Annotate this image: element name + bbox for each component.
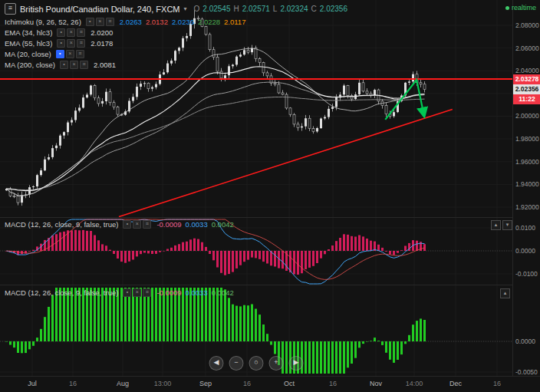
pan-right-button[interactable]: ▶ <box>289 356 304 371</box>
indicator-values: 2.0178 <box>91 39 113 48</box>
indicator-value: 2.0081 <box>94 61 116 69</box>
indicator-buttons: •×≡ <box>57 39 85 48</box>
indicator-value: 2.0263 <box>120 18 142 26</box>
chevron-down-icon[interactable]: ▾ <box>184 5 187 12</box>
legend-row-ma20[interactable]: MA (20, close) •×≡ <box>5 49 245 59</box>
time-tick-label: Nov <box>370 380 382 387</box>
close-label: C <box>311 5 317 13</box>
indicator-label[interactable]: EMA (55, hlc3) <box>5 39 52 48</box>
indicator-values: -0.00090.00330.0042 <box>156 220 233 229</box>
time-tick-label: Oct <box>284 380 295 387</box>
legend-row-ema55[interactable]: EMA (55, hlc3) •×≡ 2.0178 <box>5 38 245 48</box>
settings-icon[interactable]: ≡ <box>106 18 114 26</box>
visibility-icon[interactable]: • <box>57 28 65 37</box>
settings-icon[interactable]: ≡ <box>143 220 151 229</box>
high-label: H <box>233 5 239 13</box>
legend-row-ma200[interactable]: MA (200, close) •×≡ 2.0081 <box>5 60 245 70</box>
indicator-value: 2.0200 <box>91 28 113 37</box>
pane-controls: ▴ <box>500 288 510 298</box>
countdown-tag: 11:22 <box>513 94 540 104</box>
visibility-icon[interactable]: • <box>123 220 131 229</box>
time-tick-label: 16 <box>329 380 337 387</box>
time-axis[interactable]: Jul16Aug13:00Sep16Oct16Nov14:00Dec16 <box>0 376 540 392</box>
trading-chart-app: 2.080002.060002.040002.020002.000001.980… <box>0 0 540 392</box>
indicator-label[interactable]: MACD (12, 26, close, 9, false, true) <box>5 220 118 229</box>
menu-icon[interactable]: ≡ <box>5 3 16 15</box>
indicator-values: 2.0081 <box>94 61 116 69</box>
visibility-icon[interactable]: • <box>86 18 94 26</box>
indicator-buttons: •×≡ <box>123 288 151 297</box>
indicator-value: -0.0009 <box>156 288 181 297</box>
legend-row-macd-2[interactable]: MACD (12, 26, close, 9, false, true) •×≡… <box>5 288 234 297</box>
close-value: 2.02356 <box>320 5 347 13</box>
settings-icon[interactable]: ≡ <box>77 39 85 48</box>
indicator-buttons: •×≡ <box>56 50 84 58</box>
indicator-value: 0.0033 <box>186 288 208 297</box>
legend-row-ema34[interactable]: EMA (34, hlc3) •×≡ 2.0200 <box>5 28 245 38</box>
indicator-label[interactable]: MA (200, close) <box>5 61 55 69</box>
indicator-label[interactable]: EMA (34, hlc3) <box>5 28 52 37</box>
move-pane-down-icon[interactable]: ▾ <box>502 220 512 230</box>
pan-left-button[interactable]: ◀ <box>209 356 224 371</box>
visibility-icon[interactable]: • <box>56 50 64 58</box>
indicator-label[interactable]: MACD (12, 26, close, 9, false, true) <box>5 288 118 297</box>
close-icon[interactable]: × <box>66 50 74 58</box>
visibility-icon[interactable]: • <box>57 39 65 48</box>
visibility-icon[interactable]: • <box>123 288 131 297</box>
legend-row-ichimoku[interactable]: Ichimoku (9, 26, 52, 26) •×≡ 2.02632.013… <box>5 17 245 27</box>
macd-tick-label: -0.0050 <box>515 368 538 376</box>
realtime-dot-icon <box>505 6 509 10</box>
settings-icon[interactable]: ≡ <box>143 288 151 297</box>
close-icon[interactable]: × <box>96 18 104 26</box>
close-icon[interactable]: × <box>133 288 141 297</box>
indicator-buttons: •×≡ <box>57 28 85 37</box>
price-tick-label: 1.96000 <box>515 158 539 166</box>
macd-tick-label: -0.0100 <box>515 270 538 278</box>
move-pane-up-icon[interactable]: ▴ <box>500 288 510 298</box>
settings-icon[interactable]: ≡ <box>76 50 84 58</box>
pane-separator[interactable] <box>0 217 540 218</box>
low-label: L <box>273 5 278 13</box>
indicator-value: 2.0228 <box>198 18 220 26</box>
price-tick-label: 2.00000 <box>515 112 539 120</box>
close-icon[interactable]: × <box>67 28 75 37</box>
indicator-value: 2.0178 <box>91 39 113 48</box>
high-value: 2.02571 <box>242 5 270 13</box>
indicator-values: -0.00090.00330.0042 <box>156 288 233 297</box>
move-pane-up-icon[interactable]: ▴ <box>491 220 501 230</box>
time-tick-label: Aug <box>117 380 129 387</box>
macd-tick-label: 0.0000 <box>515 247 535 255</box>
indicator-values: 2.0200 <box>91 28 113 37</box>
zoom-out-button[interactable]: − <box>229 356 244 371</box>
legend-row-macd-1[interactable]: MACD (12, 26, close, 9, false, true) •×≡… <box>5 220 234 229</box>
low-value: 2.02324 <box>280 5 308 13</box>
close-icon[interactable]: × <box>133 220 141 229</box>
reset-scale-button[interactable]: ○ <box>249 356 264 371</box>
close-icon[interactable]: × <box>67 39 75 48</box>
settings-icon[interactable]: ≡ <box>77 28 85 37</box>
realtime-label: realtime <box>512 4 536 12</box>
last-price-tag: 2.02356 <box>513 84 540 94</box>
indicator-value: -0.0009 <box>156 220 181 229</box>
indicator-legend: Ichimoku (9, 26, 52, 26) •×≡ 2.02632.013… <box>5 17 245 71</box>
symbol-title[interactable]: British Pound/Canadian Dollar, 240, FXCM <box>20 5 180 14</box>
indicator-buttons: •×≡ <box>86 18 114 26</box>
price-axis[interactable]: 2.080002.060002.040002.020002.000001.980… <box>512 0 540 376</box>
indicator-value: 2.0132 <box>146 18 168 26</box>
close-icon[interactable]: × <box>70 61 78 69</box>
time-tick-label: 16 <box>69 380 77 387</box>
visibility-icon[interactable]: • <box>60 61 68 69</box>
price-tick-label: 2.08000 <box>515 21 539 29</box>
chart-nav-toolbar: ◀−○+▶ <box>209 356 304 371</box>
indicator-buttons: •×≡ <box>123 220 151 229</box>
indicator-label[interactable]: Ichimoku (9, 26, 52, 26) <box>5 18 81 26</box>
pane-controls: ▴▾ <box>491 220 512 230</box>
indicator-value: 2.0236 <box>172 18 194 26</box>
time-tick-label: 14:00 <box>406 380 423 387</box>
pane-separator[interactable] <box>0 285 540 285</box>
time-tick-label: 16 <box>243 380 251 387</box>
alert-price-tag: 2.03278 <box>513 74 540 84</box>
zoom-in-button[interactable]: + <box>269 356 284 371</box>
indicator-label[interactable]: MA (20, close) <box>5 50 51 58</box>
settings-icon[interactable]: ≡ <box>80 61 88 69</box>
